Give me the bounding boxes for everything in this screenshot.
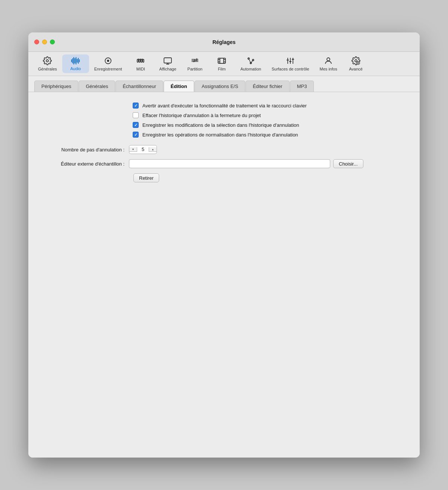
tab-edition[interactable]: Édition bbox=[164, 81, 194, 92]
checkbox-row-enregistrer-norm: Enregistrer les opérations de normalisat… bbox=[133, 132, 405, 138]
spinner-arrows-left: ▾ bbox=[129, 147, 137, 152]
toolbar-item-audio[interactable]: Audio bbox=[62, 54, 89, 73]
close-button[interactable] bbox=[34, 40, 39, 44]
toolbar-label-avance: Avancé bbox=[349, 67, 363, 71]
spinner-arrows-right: ▴ bbox=[149, 147, 157, 152]
checkbox-effacer[interactable] bbox=[133, 112, 139, 118]
checkbox-avertir[interactable] bbox=[133, 103, 139, 109]
toolbar-item-enregistrement[interactable]: Enregistrement bbox=[89, 54, 127, 73]
person-icon bbox=[324, 56, 333, 65]
tab-peripheriques[interactable]: Périphériques bbox=[34, 81, 78, 92]
checkbox-group: Avertir avant d'exécuter la fonctionnali… bbox=[133, 103, 405, 138]
toolbar-item-mesinfos[interactable]: Mes infos bbox=[315, 54, 343, 73]
toolbar-item-surfaces[interactable]: Surfaces de contrôle bbox=[266, 54, 315, 73]
surfaces-icon bbox=[286, 56, 295, 65]
external-editor-label: Éditeur externe d'échantillon : bbox=[43, 161, 129, 167]
midi-icon bbox=[136, 56, 145, 65]
maximize-button[interactable] bbox=[50, 40, 55, 44]
checkbox-row-avertir: Avertir avant d'exécuter la fonctionnali… bbox=[133, 103, 405, 109]
svg-point-37 bbox=[327, 58, 330, 61]
svg-rect-21 bbox=[218, 58, 225, 63]
toolbar-item-avance[interactable]: Avancé bbox=[343, 54, 369, 73]
content-area: Avertir avant d'exécuter la fonctionnali… bbox=[28, 92, 420, 458]
minimize-button[interactable] bbox=[42, 40, 47, 44]
undo-steps-label: Nombre de pas d'annulation : bbox=[43, 147, 129, 153]
title-bar: Réglages bbox=[28, 32, 420, 52]
window-title: Réglages bbox=[212, 39, 236, 45]
toolbar-label-surfaces: Surfaces de contrôle bbox=[272, 67, 309, 71]
toolbar: Générales Audio bbox=[28, 52, 420, 76]
advanced-icon bbox=[351, 56, 360, 65]
undo-steps-row: Nombre de pas d'annulation : ▾ 5 ▴ bbox=[43, 145, 405, 154]
retirer-row: Retirer bbox=[133, 173, 405, 182]
display-icon bbox=[163, 56, 172, 65]
checkbox-enregistrer-modifs[interactable] bbox=[133, 122, 139, 128]
undo-steps-spinner[interactable]: ▾ 5 ▴ bbox=[129, 145, 157, 154]
checkbox-label-enregistrer-modifs: Enregistrer les modifications de la séle… bbox=[142, 122, 299, 128]
waveform-icon bbox=[71, 57, 80, 65]
film-icon bbox=[217, 56, 226, 65]
retirer-button[interactable]: Retirer bbox=[133, 173, 159, 182]
toolbar-label-generales: Générales bbox=[38, 67, 57, 71]
main-window: Réglages Générales bbox=[28, 32, 420, 458]
checkbox-row-enregistrer-modifs: Enregistrer les modifications de la séle… bbox=[133, 122, 405, 128]
toolbar-item-film[interactable]: Film bbox=[208, 54, 235, 73]
toolbar-label-mesinfos: Mes infos bbox=[320, 67, 337, 71]
tab-echantillonneur[interactable]: Échantillonneur bbox=[116, 81, 163, 92]
toolbar-item-partition[interactable]: Partition bbox=[182, 54, 208, 73]
checkbox-label-enregistrer-norm: Enregistrer les opérations de normalisat… bbox=[142, 132, 298, 138]
toolbar-label-enregistrement: Enregistrement bbox=[94, 67, 122, 71]
checkbox-label-effacer: Effacer l'historique d'annulation à la f… bbox=[142, 113, 261, 118]
toolbar-item-affichage[interactable]: Affichage bbox=[154, 54, 182, 73]
toolbar-item-midi[interactable]: MIDI bbox=[127, 54, 154, 73]
tab-generales[interactable]: Générales bbox=[79, 81, 115, 92]
checkbox-enregistrer-norm[interactable] bbox=[133, 132, 139, 138]
toolbar-label-midi: MIDI bbox=[136, 67, 145, 71]
external-editor-row: Éditeur externe d'échantillon : Choisir.… bbox=[43, 159, 405, 168]
svg-rect-8 bbox=[140, 59, 141, 61]
toolbar-label-affichage: Affichage bbox=[159, 67, 176, 71]
spinner-value: 5 bbox=[137, 145, 149, 154]
toolbar-label-audio: Audio bbox=[70, 66, 81, 71]
svg-point-38 bbox=[355, 60, 357, 62]
gear-icon bbox=[43, 56, 52, 65]
toolbar-item-automation[interactable]: Automation bbox=[235, 54, 266, 73]
svg-rect-7 bbox=[138, 59, 139, 61]
edition-settings: Avertir avant d'exécuter la fonctionnali… bbox=[43, 103, 405, 188]
record-icon bbox=[104, 56, 113, 65]
svg-rect-9 bbox=[142, 59, 143, 61]
automation-icon bbox=[246, 56, 255, 65]
tab-bar: Périphériques Générales Échantillonneur … bbox=[28, 76, 420, 92]
external-editor-input[interactable] bbox=[129, 159, 330, 168]
toolbar-label-partition: Partition bbox=[187, 67, 202, 71]
spinner-down-arrow[interactable]: ▾ bbox=[129, 147, 137, 152]
toolbar-label-film: Film bbox=[218, 67, 226, 71]
svg-point-2 bbox=[107, 60, 109, 62]
spinner-up-arrow[interactable]: ▴ bbox=[149, 147, 157, 152]
svg-rect-6 bbox=[143, 59, 144, 62]
checkbox-row-effacer: Effacer l'historique d'annulation à la f… bbox=[133, 112, 405, 118]
choose-button[interactable]: Choisir... bbox=[333, 159, 363, 168]
tab-mp3[interactable]: MP3 bbox=[290, 81, 314, 92]
checkbox-label-avertir: Avertir avant d'exécuter la fonctionnali… bbox=[142, 103, 307, 109]
partition-icon bbox=[190, 56, 199, 65]
svg-rect-10 bbox=[164, 58, 171, 63]
toolbar-label-automation: Automation bbox=[240, 67, 261, 71]
toolbar-item-generales[interactable]: Générales bbox=[33, 54, 62, 73]
svg-point-0 bbox=[46, 60, 48, 62]
tab-assignations[interactable]: Assignations E/S bbox=[195, 81, 245, 92]
tab-editeur-fichier[interactable]: Éditeur fichier bbox=[246, 81, 289, 92]
traffic-lights bbox=[34, 40, 55, 44]
